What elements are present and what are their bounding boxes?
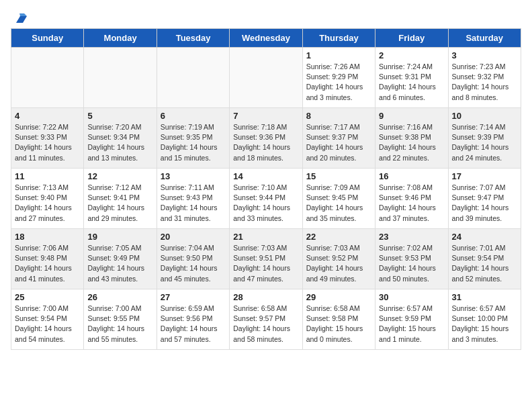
cell-detail: Sunrise: 7:16 AM Sunset: 9:38 PM Dayligh… bbox=[379, 122, 444, 163]
day-number: 31 bbox=[452, 292, 517, 302]
cell-detail: Sunrise: 7:08 AM Sunset: 9:46 PM Dayligh… bbox=[379, 183, 444, 224]
cell-detail: Sunrise: 7:22 AM Sunset: 9:33 PM Dayligh… bbox=[15, 122, 80, 163]
cell-detail: Sunrise: 7:00 AM Sunset: 9:55 PM Dayligh… bbox=[87, 304, 152, 345]
cell-detail: Sunrise: 7:03 AM Sunset: 9:52 PM Dayligh… bbox=[306, 243, 371, 284]
day-number: 13 bbox=[161, 171, 226, 181]
calendar-week-1: 1Sunrise: 7:26 AM Sunset: 9:29 PM Daylig… bbox=[11, 48, 521, 108]
day-number: 10 bbox=[452, 111, 517, 121]
calendar-cell: 17Sunrise: 7:07 AM Sunset: 9:47 PM Dayli… bbox=[448, 169, 521, 229]
day-number: 12 bbox=[87, 171, 152, 181]
cell-detail: Sunrise: 7:04 AM Sunset: 9:50 PM Dayligh… bbox=[161, 243, 226, 284]
cell-detail: Sunrise: 6:57 AM Sunset: 10:00 PM Daylig… bbox=[452, 304, 517, 345]
calendar-cell: 6Sunrise: 7:19 AM Sunset: 9:35 PM Daylig… bbox=[157, 108, 229, 169]
calendar-cell: 23Sunrise: 7:02 AM Sunset: 9:53 PM Dayli… bbox=[375, 229, 448, 289]
cell-detail: Sunrise: 7:17 AM Sunset: 9:37 PM Dayligh… bbox=[306, 122, 371, 163]
day-number: 8 bbox=[306, 111, 371, 121]
calendar-cell bbox=[84, 48, 157, 108]
day-number: 14 bbox=[233, 171, 298, 181]
day-number: 28 bbox=[233, 292, 298, 302]
cell-detail: Sunrise: 7:06 AM Sunset: 9:48 PM Dayligh… bbox=[15, 243, 80, 284]
calendar-cell bbox=[157, 48, 229, 108]
day-number: 5 bbox=[87, 111, 152, 121]
cell-detail: Sunrise: 7:05 AM Sunset: 9:49 PM Dayligh… bbox=[87, 243, 152, 284]
day-number: 29 bbox=[306, 292, 371, 302]
calendar-table: SundayMondayTuesdayWednesdayThursdayFrid… bbox=[11, 28, 521, 350]
calendar-cell: 7Sunrise: 7:18 AM Sunset: 9:36 PM Daylig… bbox=[230, 108, 302, 169]
calendar-cell: 29Sunrise: 6:58 AM Sunset: 9:58 PM Dayli… bbox=[302, 289, 375, 350]
cell-detail: Sunrise: 7:11 AM Sunset: 9:43 PM Dayligh… bbox=[161, 183, 226, 224]
calendar-cell: 19Sunrise: 7:05 AM Sunset: 9:49 PM Dayli… bbox=[84, 229, 157, 289]
calendar-week-2: 4Sunrise: 7:22 AM Sunset: 9:33 PM Daylig… bbox=[11, 108, 521, 169]
logo bbox=[11, 11, 27, 23]
calendar-cell: 12Sunrise: 7:12 AM Sunset: 9:41 PM Dayli… bbox=[84, 169, 157, 229]
day-number: 1 bbox=[306, 50, 371, 60]
calendar-cell: 16Sunrise: 7:08 AM Sunset: 9:46 PM Dayli… bbox=[375, 169, 448, 229]
calendar-cell: 26Sunrise: 7:00 AM Sunset: 9:55 PM Dayli… bbox=[84, 289, 157, 350]
cell-detail: Sunrise: 6:58 AM Sunset: 9:57 PM Dayligh… bbox=[233, 304, 298, 345]
day-number: 7 bbox=[233, 111, 298, 121]
calendar-cell: 30Sunrise: 6:57 AM Sunset: 9:59 PM Dayli… bbox=[375, 289, 448, 350]
day-number: 19 bbox=[87, 232, 152, 242]
day-header-saturday: Saturday bbox=[448, 29, 521, 48]
day-number: 18 bbox=[15, 232, 80, 242]
day-number: 22 bbox=[306, 232, 371, 242]
cell-detail: Sunrise: 7:13 AM Sunset: 9:40 PM Dayligh… bbox=[15, 183, 80, 224]
cell-detail: Sunrise: 6:59 AM Sunset: 9:56 PM Dayligh… bbox=[161, 304, 226, 345]
day-number: 30 bbox=[379, 292, 444, 302]
day-number: 27 bbox=[161, 292, 226, 302]
calendar-week-4: 18Sunrise: 7:06 AM Sunset: 9:48 PM Dayli… bbox=[11, 229, 521, 289]
day-number: 20 bbox=[161, 232, 226, 242]
day-header-wednesday: Wednesday bbox=[230, 29, 302, 48]
cell-detail: Sunrise: 7:23 AM Sunset: 9:32 PM Dayligh… bbox=[452, 62, 517, 103]
calendar-cell: 25Sunrise: 7:00 AM Sunset: 9:54 PM Dayli… bbox=[11, 289, 84, 350]
day-number: 4 bbox=[15, 111, 80, 121]
calendar-cell: 27Sunrise: 6:59 AM Sunset: 9:56 PM Dayli… bbox=[157, 289, 229, 350]
calendar-cell: 24Sunrise: 7:01 AM Sunset: 9:54 PM Dayli… bbox=[448, 229, 521, 289]
day-number: 3 bbox=[452, 50, 517, 60]
cell-detail: Sunrise: 7:03 AM Sunset: 9:51 PM Dayligh… bbox=[233, 243, 298, 284]
calendar-cell: 28Sunrise: 6:58 AM Sunset: 9:57 PM Dayli… bbox=[230, 289, 302, 350]
calendar-cell: 20Sunrise: 7:04 AM Sunset: 9:50 PM Dayli… bbox=[157, 229, 229, 289]
calendar-cell: 8Sunrise: 7:17 AM Sunset: 9:37 PM Daylig… bbox=[302, 108, 375, 169]
calendar-cell: 9Sunrise: 7:16 AM Sunset: 9:38 PM Daylig… bbox=[375, 108, 448, 169]
cell-detail: Sunrise: 6:57 AM Sunset: 9:59 PM Dayligh… bbox=[379, 304, 444, 345]
calendar-cell: 14Sunrise: 7:10 AM Sunset: 9:44 PM Dayli… bbox=[230, 169, 302, 229]
calendar-cell: 2Sunrise: 7:24 AM Sunset: 9:31 PM Daylig… bbox=[375, 48, 448, 108]
calendar-cell: 5Sunrise: 7:20 AM Sunset: 9:34 PM Daylig… bbox=[84, 108, 157, 169]
cell-detail: Sunrise: 7:12 AM Sunset: 9:41 PM Dayligh… bbox=[87, 183, 152, 224]
cell-detail: Sunrise: 7:02 AM Sunset: 9:53 PM Dayligh… bbox=[379, 243, 444, 284]
cell-detail: Sunrise: 7:14 AM Sunset: 9:39 PM Dayligh… bbox=[452, 122, 517, 163]
calendar-cell: 21Sunrise: 7:03 AM Sunset: 9:51 PM Dayli… bbox=[230, 229, 302, 289]
cell-detail: Sunrise: 7:10 AM Sunset: 9:44 PM Dayligh… bbox=[233, 183, 298, 224]
calendar-cell: 18Sunrise: 7:06 AM Sunset: 9:48 PM Dayli… bbox=[11, 229, 84, 289]
cell-detail: Sunrise: 7:19 AM Sunset: 9:35 PM Dayligh… bbox=[161, 122, 226, 163]
day-number: 9 bbox=[379, 111, 444, 121]
cell-detail: Sunrise: 7:26 AM Sunset: 9:29 PM Dayligh… bbox=[306, 62, 371, 103]
calendar-cell: 15Sunrise: 7:09 AM Sunset: 9:45 PM Dayli… bbox=[302, 169, 375, 229]
day-number: 26 bbox=[87, 292, 152, 302]
svg-marker-0 bbox=[16, 16, 27, 23]
day-header-friday: Friday bbox=[375, 29, 448, 48]
cell-detail: Sunrise: 7:18 AM Sunset: 9:36 PM Dayligh… bbox=[233, 122, 298, 163]
calendar-cell: 4Sunrise: 7:22 AM Sunset: 9:33 PM Daylig… bbox=[11, 108, 84, 169]
calendar-week-5: 25Sunrise: 7:00 AM Sunset: 9:54 PM Dayli… bbox=[11, 289, 521, 350]
cell-detail: Sunrise: 6:58 AM Sunset: 9:58 PM Dayligh… bbox=[306, 304, 371, 345]
cell-detail: Sunrise: 7:07 AM Sunset: 9:47 PM Dayligh… bbox=[452, 183, 517, 224]
calendar-cell: 10Sunrise: 7:14 AM Sunset: 9:39 PM Dayli… bbox=[448, 108, 521, 169]
day-header-thursday: Thursday bbox=[302, 29, 375, 48]
day-number: 24 bbox=[452, 232, 517, 242]
header bbox=[11, 11, 521, 23]
day-number: 6 bbox=[161, 111, 226, 121]
calendar-cell: 31Sunrise: 6:57 AM Sunset: 10:00 PM Dayl… bbox=[448, 289, 521, 350]
day-number: 23 bbox=[379, 232, 444, 242]
day-header-monday: Monday bbox=[84, 29, 157, 48]
logo-icon bbox=[12, 11, 27, 26]
cell-detail: Sunrise: 7:01 AM Sunset: 9:54 PM Dayligh… bbox=[452, 243, 517, 284]
calendar-cell: 22Sunrise: 7:03 AM Sunset: 9:52 PM Dayli… bbox=[302, 229, 375, 289]
cell-detail: Sunrise: 7:24 AM Sunset: 9:31 PM Dayligh… bbox=[379, 62, 444, 103]
cell-detail: Sunrise: 7:09 AM Sunset: 9:45 PM Dayligh… bbox=[306, 183, 371, 224]
calendar-cell: 13Sunrise: 7:11 AM Sunset: 9:43 PM Dayli… bbox=[157, 169, 229, 229]
day-number: 15 bbox=[306, 171, 371, 181]
cell-detail: Sunrise: 7:00 AM Sunset: 9:54 PM Dayligh… bbox=[15, 304, 80, 345]
day-number: 11 bbox=[15, 171, 80, 181]
